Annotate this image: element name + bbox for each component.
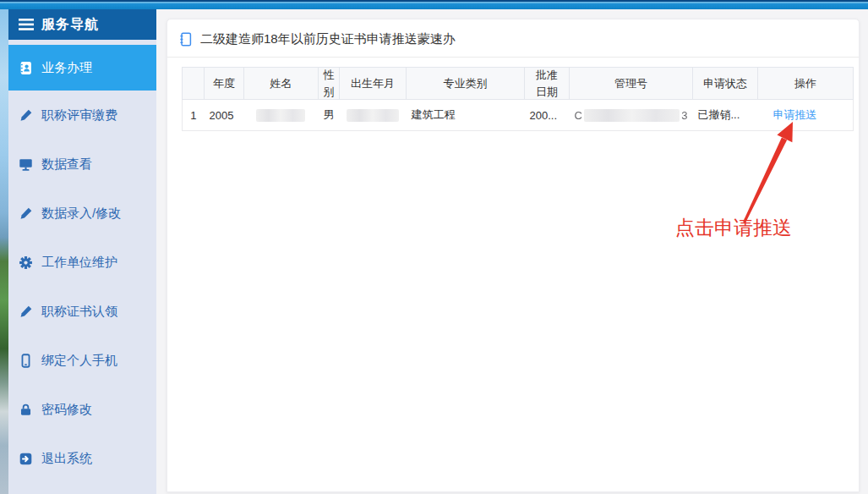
logout-icon bbox=[19, 452, 33, 466]
phone-icon bbox=[19, 354, 33, 368]
panel-title-row: 二级建造师18年以前历史证书申请推送蒙速办 bbox=[167, 19, 859, 58]
col-header-index bbox=[183, 68, 205, 100]
cell-name bbox=[244, 100, 319, 131]
main-content: 二级建造师18年以前历史证书申请推送蒙速办 年度 姓名 性别 出生年月 专业类别… bbox=[156, 9, 868, 494]
redacted-name bbox=[256, 109, 305, 122]
cell-action: 申请推送 bbox=[758, 100, 854, 131]
manage-no-end: 3 bbox=[681, 109, 687, 122]
table-header-row: 年度 姓名 性别 出生年月 专业类别 批准日期 管理号 申请状态 操作 bbox=[183, 68, 854, 100]
cell-status: 已撤销... bbox=[693, 100, 758, 131]
gear-icon bbox=[19, 255, 33, 270]
col-header-birth: 出生年月 bbox=[340, 68, 407, 100]
sidebar-item-label: 绑定个人手机 bbox=[41, 353, 117, 369]
hamburger-menu-icon[interactable] bbox=[19, 19, 34, 30]
sidebar-item-change-password[interactable]: 密码修改 bbox=[8, 385, 156, 434]
col-header-year: 年度 bbox=[205, 68, 244, 100]
content-panel: 二级建造师18年以前历史证书申请推送蒙速办 年度 姓名 性别 出生年月 专业类别… bbox=[167, 19, 860, 492]
sidebar-item-label: 职称评审缴费 bbox=[41, 107, 117, 124]
sidebar-item-business-handling[interactable]: 业务办理 bbox=[8, 45, 156, 91]
cell-gender: 男 bbox=[319, 100, 340, 131]
sidebar-item-label: 工作单位维护 bbox=[41, 255, 117, 271]
pencil-icon bbox=[19, 305, 33, 319]
sidebar-item-certificate-claim[interactable]: 职称证书认领 bbox=[8, 287, 156, 336]
col-header-name: 姓名 bbox=[244, 68, 319, 100]
cell-year: 2005 bbox=[205, 100, 244, 131]
table-row: 1 2005 男 建筑工程 200... C3 已撤销... 申请推送 bbox=[183, 100, 854, 131]
pencil-icon bbox=[19, 206, 33, 221]
records-table: 年度 姓名 性别 出生年月 专业类别 批准日期 管理号 申请状态 操作 1 20… bbox=[182, 67, 854, 131]
lock-icon bbox=[19, 403, 33, 417]
sidebar-item-label: 业务办理 bbox=[41, 60, 92, 76]
col-header-status: 申请状态 bbox=[693, 68, 758, 100]
sidebar-item-work-unit-maintenance[interactable]: 工作单位维护 bbox=[8, 238, 156, 287]
cell-approve-date: 200... bbox=[525, 100, 570, 131]
sidebar-item-label: 职称证书认领 bbox=[41, 304, 117, 320]
top-bar bbox=[0, 0, 868, 9]
cell-birth bbox=[340, 100, 407, 131]
sidebar: 服务导航 业务办理 职称评审缴费 数据查看 数据录入/修改 bbox=[8, 9, 156, 494]
col-header-action: 操作 bbox=[758, 68, 854, 100]
redacted-manage-no bbox=[584, 109, 680, 122]
sidebar-item-logout[interactable]: 退出系统 bbox=[8, 434, 156, 483]
sidebar-item-title-review-payment[interactable]: 职称评审缴费 bbox=[8, 91, 156, 140]
sidebar-item-label: 密码修改 bbox=[41, 402, 92, 418]
col-header-approve-date: 批准日期 bbox=[525, 68, 570, 100]
sidebar-title: 服务导航 bbox=[41, 16, 99, 34]
redacted-birth-date bbox=[347, 109, 399, 122]
annotation-label: 点击申请推送 bbox=[675, 215, 792, 241]
pencil-icon bbox=[19, 108, 33, 123]
sidebar-item-data-view[interactable]: 数据查看 bbox=[8, 140, 156, 189]
manage-no-start: C bbox=[575, 109, 582, 122]
monitor-icon bbox=[19, 157, 33, 172]
sidebar-item-label: 数据录入/修改 bbox=[41, 206, 121, 222]
page-title: 二级建造师18年以前历史证书申请推送蒙速办 bbox=[200, 31, 456, 47]
cell-manage-no: C3 bbox=[570, 100, 693, 131]
document-icon bbox=[179, 32, 192, 47]
col-header-major: 专业类别 bbox=[407, 68, 525, 100]
table-wrapper: 年度 姓名 性别 出生年月 专业类别 批准日期 管理号 申请状态 操作 1 20… bbox=[182, 67, 849, 131]
cell-major: 建筑工程 bbox=[407, 100, 525, 131]
apply-push-link[interactable]: 申请推送 bbox=[763, 108, 817, 121]
sidebar-item-label: 数据查看 bbox=[41, 156, 92, 173]
sidebar-item-bind-phone[interactable]: 绑定个人手机 bbox=[8, 336, 156, 385]
cell-index: 1 bbox=[183, 100, 205, 131]
col-header-gender: 性别 bbox=[319, 68, 340, 100]
background-photo bbox=[0, 9, 8, 494]
col-header-manage-no: 管理号 bbox=[570, 68, 693, 100]
sidebar-item-label: 退出系统 bbox=[41, 451, 92, 467]
sidebar-header: 服务导航 bbox=[8, 9, 156, 40]
contact-card-icon bbox=[19, 61, 33, 75]
sidebar-item-data-entry-modify[interactable]: 数据录入/修改 bbox=[8, 189, 156, 238]
